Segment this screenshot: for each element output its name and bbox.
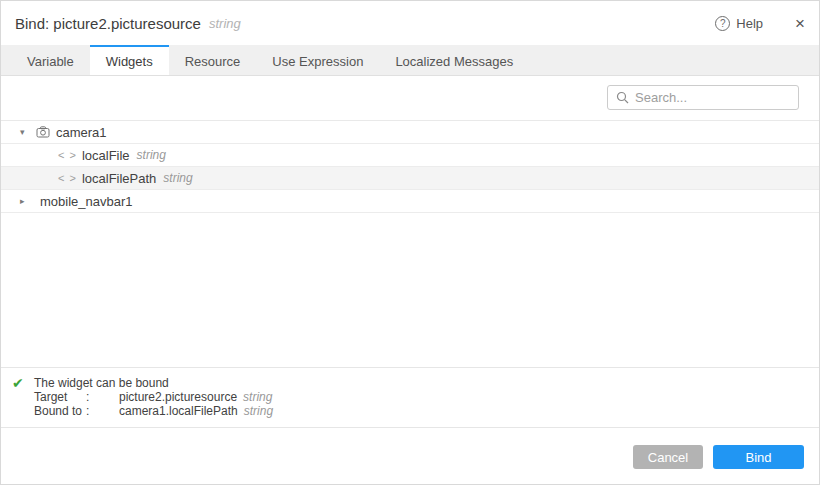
widget-tree: ▾ camera1 < > localFile string < > local… bbox=[1, 120, 819, 213]
tab-bar: Variable Widgets Resource Use Expression… bbox=[1, 45, 819, 76]
tab-localized-messages[interactable]: Localized Messages bbox=[379, 45, 529, 75]
help-button[interactable]: ? Help bbox=[715, 16, 763, 31]
expand-arrow-icon[interactable]: ▸ bbox=[20, 196, 34, 206]
dialog-title: Bind: picture2.picturesource bbox=[15, 15, 201, 32]
status-value-type: string bbox=[244, 404, 273, 418]
tree-row-localfilepath[interactable]: < > localFilePath string bbox=[1, 167, 819, 190]
tree-node-type: string bbox=[137, 148, 166, 162]
status-boundto-row: Bound to : camera1.localFilePathstring bbox=[34, 404, 819, 418]
search-icon bbox=[616, 91, 629, 104]
collapse-arrow-icon[interactable]: ▾ bbox=[20, 127, 34, 137]
close-icon[interactable]: × bbox=[795, 15, 805, 32]
search-box[interactable] bbox=[607, 85, 799, 110]
tab-widgets[interactable]: Widgets bbox=[90, 45, 169, 75]
content-spacer bbox=[1, 213, 819, 367]
tree-node-label: mobile_navbar1 bbox=[40, 194, 133, 209]
dialog-footer: Cancel Bind bbox=[1, 427, 819, 484]
tree-row-mobile-navbar1[interactable]: ▸ mobile_navbar1 bbox=[1, 190, 819, 213]
help-label: Help bbox=[736, 16, 763, 31]
code-icon: < > bbox=[58, 149, 77, 161]
camera-icon bbox=[36, 126, 50, 138]
tree-node-label: localFilePath bbox=[82, 171, 156, 186]
cancel-button[interactable]: Cancel bbox=[633, 445, 703, 469]
status-target-row: Target : picture2.picturesourcestring bbox=[34, 390, 819, 404]
bind-dialog: Bind: picture2.picturesource string ? He… bbox=[0, 0, 820, 485]
code-icon: < > bbox=[58, 172, 77, 184]
bind-status-panel: ✔ The widget can be bound Target : pictu… bbox=[1, 367, 819, 427]
search-input[interactable] bbox=[635, 86, 811, 109]
search-row bbox=[1, 76, 819, 120]
tab-variable[interactable]: Variable bbox=[11, 45, 90, 75]
tree-node-label: camera1 bbox=[56, 125, 107, 140]
tab-use-expression[interactable]: Use Expression bbox=[256, 45, 379, 75]
help-icon: ? bbox=[715, 16, 730, 31]
dialog-title-type: string bbox=[209, 16, 241, 31]
status-message: The widget can be bound bbox=[34, 376, 819, 390]
check-icon: ✔ bbox=[12, 375, 24, 391]
tab-resource[interactable]: Resource bbox=[169, 45, 257, 75]
status-label: Target bbox=[34, 390, 86, 404]
status-value: picture2.picturesourcestring bbox=[119, 390, 819, 404]
tree-node-type: string bbox=[163, 171, 192, 185]
tree-row-localfile[interactable]: < > localFile string bbox=[1, 144, 819, 167]
status-colon: : bbox=[86, 404, 119, 418]
status-value: camera1.localFilePathstring bbox=[119, 404, 819, 418]
dialog-header: Bind: picture2.picturesource string ? He… bbox=[1, 1, 819, 45]
status-value-type: string bbox=[243, 390, 272, 404]
status-label: Bound to bbox=[34, 404, 86, 418]
bind-button[interactable]: Bind bbox=[713, 445, 804, 469]
tree-row-camera1[interactable]: ▾ camera1 bbox=[1, 121, 819, 144]
tree-node-label: localFile bbox=[82, 148, 130, 163]
status-colon: : bbox=[86, 390, 119, 404]
